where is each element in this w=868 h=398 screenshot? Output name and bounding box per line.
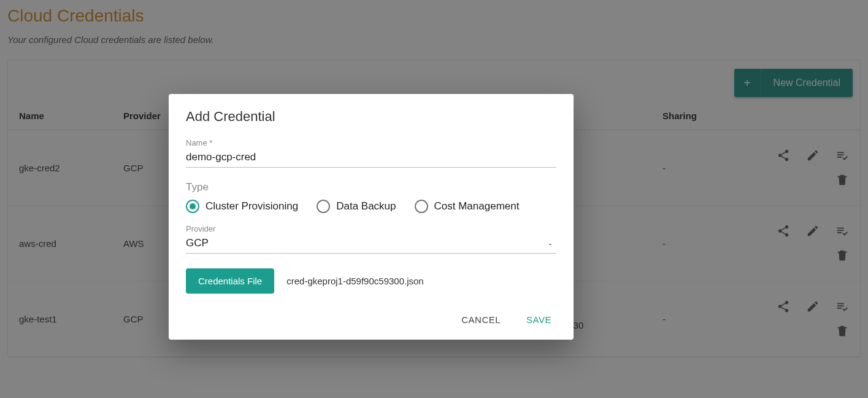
provider-select[interactable]: GCP <box>186 235 556 254</box>
radio-label: Cluster Provisioning <box>205 200 298 213</box>
radio-label: Cost Management <box>434 200 520 213</box>
radio-cluster-provisioning[interactable]: Cluster Provisioning <box>186 200 298 213</box>
provider-value: GCP <box>186 237 209 249</box>
type-label: Type <box>186 181 556 193</box>
modal-title: Add Credential <box>186 109 556 125</box>
name-input[interactable] <box>186 149 556 168</box>
name-label: Name * <box>186 138 556 147</box>
radio-circle-icon <box>317 200 330 213</box>
save-button[interactable]: SAVE <box>524 311 554 329</box>
radio-circle-icon <box>186 200 199 213</box>
cancel-button[interactable]: CANCEL <box>459 311 503 329</box>
radio-circle-icon <box>415 200 428 213</box>
chevron-down-icon <box>547 240 554 251</box>
add-credential-modal: Add Credential Name * Type Cluster Provi… <box>169 94 574 340</box>
radio-data-backup[interactable]: Data Backup <box>317 200 396 213</box>
radio-label: Data Backup <box>336 200 396 213</box>
credentials-file-name: cred-gkeproj1-d59f90c59300.json <box>286 276 423 286</box>
radio-cost-management[interactable]: Cost Management <box>415 200 520 213</box>
credentials-file-button[interactable]: Credentials File <box>186 268 274 294</box>
provider-label: Provider <box>186 224 556 233</box>
